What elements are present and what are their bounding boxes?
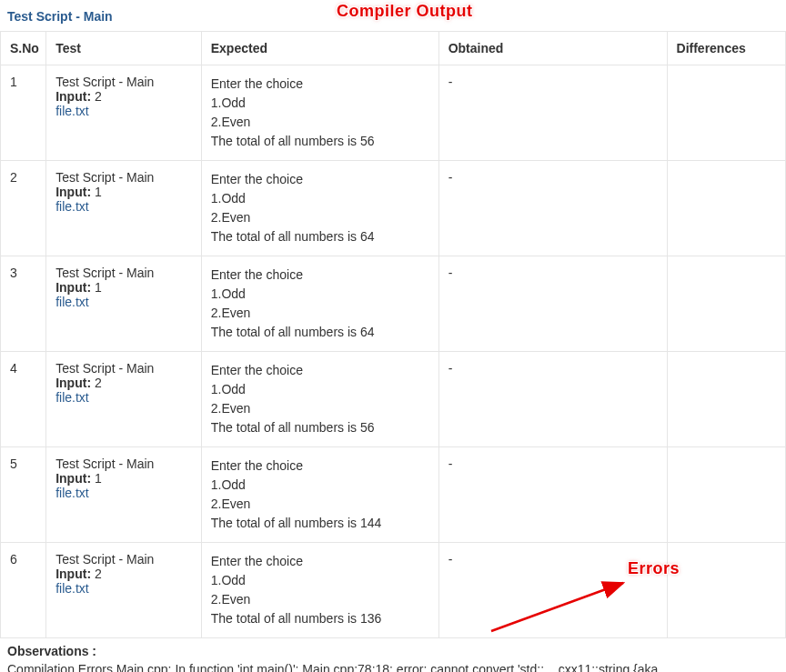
cell-test: Test Script - MainInput: 1file.txt bbox=[46, 256, 202, 352]
table-row: 2Test Script - MainInput: 1file.txtEnter… bbox=[1, 161, 786, 256]
input-label: Input: bbox=[55, 471, 91, 486]
test-name: Test Script - Main bbox=[55, 552, 192, 567]
observations-section: Observations : Compilation Errors Main.c… bbox=[0, 638, 786, 672]
cell-test: Test Script - MainInput: 2file.txt bbox=[46, 543, 202, 638]
file-link[interactable]: file.txt bbox=[55, 390, 192, 405]
test-input: Input: 2 bbox=[55, 567, 192, 581]
cell-differences bbox=[667, 543, 785, 638]
expected-line: 1.Odd bbox=[211, 189, 429, 208]
input-label: Input: bbox=[55, 185, 91, 199]
cell-sno: 3 bbox=[1, 256, 46, 352]
table-row: 6Test Script - MainInput: 2file.txtEnter… bbox=[1, 543, 786, 638]
expected-line: The total of all numbers is 64 bbox=[211, 227, 429, 246]
test-results-table: S.No Test Expected Obtained Differences … bbox=[0, 31, 786, 638]
expected-line: Enter the choice bbox=[211, 266, 429, 285]
table-row: 1Test Script - MainInput: 2file.txtEnter… bbox=[1, 65, 786, 161]
cell-expected: Enter the choice1.Odd2.EvenThe total of … bbox=[201, 65, 438, 161]
expected-line: The total of all numbers is 144 bbox=[211, 514, 429, 533]
test-name: Test Script - Main bbox=[55, 266, 192, 280]
test-input: Input: 2 bbox=[55, 376, 192, 390]
cell-expected: Enter the choice1.Odd2.EvenThe total of … bbox=[201, 256, 438, 352]
expected-line: 2.Even bbox=[211, 590, 429, 609]
file-link[interactable]: file.txt bbox=[55, 581, 192, 596]
test-input: Input: 1 bbox=[55, 471, 192, 486]
cell-differences bbox=[667, 352, 785, 447]
compiler-output-annotation: Compiler Output bbox=[337, 2, 473, 21]
col-header-differences: Differences bbox=[667, 32, 785, 65]
cell-obtained: - bbox=[438, 352, 667, 447]
cell-expected: Enter the choice1.Odd2.EvenThe total of … bbox=[201, 447, 438, 543]
cell-test: Test Script - MainInput: 1file.txt bbox=[46, 447, 202, 543]
col-header-test: Test bbox=[46, 32, 202, 65]
input-label: Input: bbox=[55, 376, 91, 390]
expected-line: Enter the choice bbox=[211, 456, 429, 476]
expected-line: The total of all numbers is 56 bbox=[211, 132, 429, 151]
cell-test: Test Script - MainInput: 2file.txt bbox=[46, 65, 202, 161]
file-link[interactable]: file.txt bbox=[55, 199, 192, 214]
cell-sno: 5 bbox=[1, 447, 46, 543]
input-label: Input: bbox=[55, 280, 91, 295]
expected-line: 1.Odd bbox=[211, 94, 429, 113]
expected-line: 1.Odd bbox=[211, 571, 429, 590]
test-input: Input: 1 bbox=[55, 185, 192, 199]
cell-test: Test Script - MainInput: 1file.txt bbox=[46, 161, 202, 256]
cell-test: Test Script - MainInput: 2file.txt bbox=[46, 352, 202, 447]
cell-obtained: - bbox=[438, 161, 667, 256]
input-label: Input: bbox=[55, 89, 91, 104]
test-name: Test Script - Main bbox=[55, 456, 192, 471]
col-header-sno: S.No bbox=[1, 32, 46, 65]
col-header-obtained: Obtained bbox=[438, 32, 667, 65]
input-label: Input: bbox=[55, 567, 91, 581]
test-input: Input: 2 bbox=[55, 89, 192, 104]
cell-sno: 4 bbox=[1, 352, 46, 447]
cell-sno: 6 bbox=[1, 543, 46, 638]
expected-line: The total of all numbers is 56 bbox=[211, 418, 429, 437]
cell-obtained: - bbox=[438, 256, 667, 352]
test-input: Input: 1 bbox=[55, 280, 192, 295]
cell-differences bbox=[667, 161, 785, 256]
expected-line: Enter the choice bbox=[211, 552, 429, 571]
input-value: 2 bbox=[91, 567, 102, 581]
cell-differences bbox=[667, 256, 785, 352]
input-value: 1 bbox=[91, 280, 102, 295]
errors-annotation: Errors bbox=[628, 559, 680, 578]
cell-sno: 1 bbox=[1, 65, 46, 161]
expected-line: 1.Odd bbox=[211, 380, 429, 399]
expected-line: 1.Odd bbox=[211, 476, 429, 495]
input-value: 2 bbox=[91, 376, 102, 390]
col-header-expected: Expected bbox=[201, 32, 438, 65]
cell-obtained: - bbox=[438, 543, 667, 638]
cell-expected: Enter the choice1.Odd2.EvenThe total of … bbox=[201, 161, 438, 256]
expected-line: The total of all numbers is 64 bbox=[211, 323, 429, 342]
expected-line: 1.Odd bbox=[211, 285, 429, 304]
expected-line: The total of all numbers is 136 bbox=[211, 609, 429, 628]
cell-differences bbox=[667, 447, 785, 543]
input-value: 2 bbox=[91, 89, 102, 104]
expected-line: 2.Even bbox=[211, 113, 429, 132]
test-name: Test Script - Main bbox=[55, 170, 192, 185]
observations-body: Compilation Errors Main.cpp: In function… bbox=[7, 660, 779, 672]
expected-line: Enter the choice bbox=[211, 361, 429, 380]
cell-expected: Enter the choice1.Odd2.EvenThe total of … bbox=[201, 543, 438, 638]
cell-obtained: - bbox=[438, 447, 667, 543]
cell-expected: Enter the choice1.Odd2.EvenThe total of … bbox=[201, 352, 438, 447]
expected-line: 2.Even bbox=[211, 304, 429, 323]
observations-title: Observations : bbox=[7, 644, 779, 658]
cell-obtained: - bbox=[438, 65, 667, 161]
file-link[interactable]: file.txt bbox=[55, 104, 192, 118]
table-header-row: S.No Test Expected Obtained Differences bbox=[1, 32, 786, 65]
input-value: 1 bbox=[91, 185, 102, 199]
file-link[interactable]: file.txt bbox=[55, 295, 192, 309]
test-name: Test Script - Main bbox=[55, 75, 192, 89]
file-link[interactable]: file.txt bbox=[55, 486, 192, 500]
expected-line: Enter the choice bbox=[211, 170, 429, 189]
expected-line: 2.Even bbox=[211, 495, 429, 514]
table-row: 4Test Script - MainInput: 2file.txtEnter… bbox=[1, 352, 786, 447]
input-value: 1 bbox=[91, 471, 102, 486]
expected-line: 2.Even bbox=[211, 399, 429, 418]
cell-sno: 2 bbox=[1, 161, 46, 256]
table-row: 3Test Script - MainInput: 1file.txtEnter… bbox=[1, 256, 786, 352]
cell-differences bbox=[667, 65, 785, 161]
expected-line: 2.Even bbox=[211, 208, 429, 227]
expected-line: Enter the choice bbox=[211, 75, 429, 94]
